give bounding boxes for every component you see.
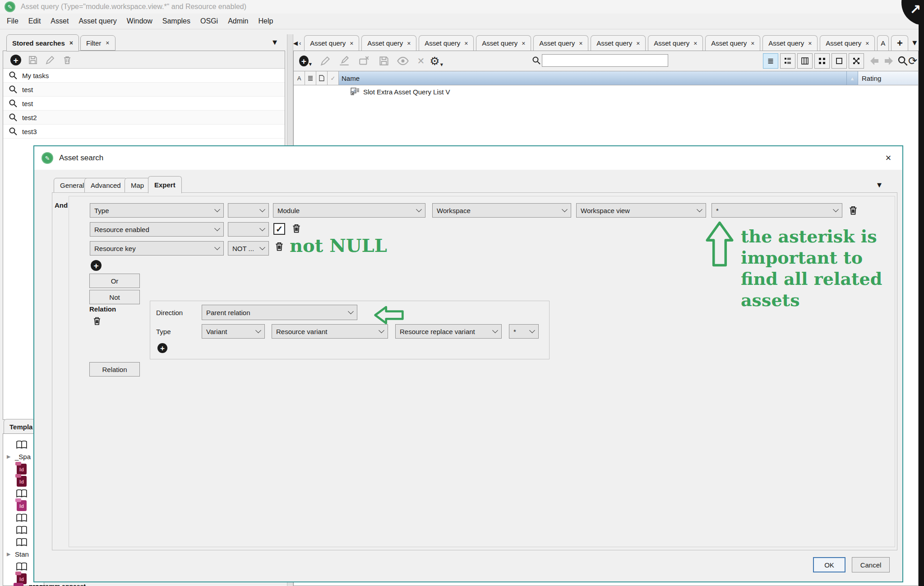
tab-list-caret-icon[interactable]: ▼ <box>912 39 917 46</box>
new-tab-button[interactable]: + <box>891 35 908 51</box>
column-check-icon[interactable]: ✓ <box>328 71 339 85</box>
tab-list: Asset query × Asset query × Asset query … <box>304 35 875 51</box>
refresh-button[interactable]: ⟳ <box>906 55 919 67</box>
dialog-tab-expert[interactable]: Expert <box>148 176 182 193</box>
tab-scroll-controls: ◀ ‹ <box>293 35 302 51</box>
stored-search-item[interactable]: test <box>3 97 285 111</box>
edit-metadata-button[interactable] <box>338 55 351 67</box>
cancel-button[interactable]: Cancel <box>852 557 890 572</box>
indesign-icon: Id <box>14 583 23 586</box>
ok-button[interactable]: OK <box>813 557 845 572</box>
dialog-tab-map[interactable]: Map <box>125 178 150 193</box>
menu-item-window[interactable]: Window <box>122 17 157 25</box>
column-list-icon[interactable] <box>305 71 316 85</box>
tab-close-icon[interactable]: × <box>693 40 697 47</box>
tab-label: Asset query <box>425 39 460 47</box>
column-header-rating[interactable]: Rating <box>858 71 918 85</box>
tab-asset-query[interactable]: Asset query × <box>648 35 703 51</box>
history-forward-button[interactable] <box>883 55 896 67</box>
tab-close-icon[interactable]: × <box>69 39 73 47</box>
tree-item-label: Stan <box>15 550 29 558</box>
grid-view-button[interactable] <box>814 53 830 69</box>
tab-asset-query-clipped[interactable]: A <box>877 35 889 51</box>
edit-search-button[interactable] <box>44 54 56 66</box>
tab-close-icon[interactable]: × <box>407 40 411 47</box>
tab-stored-searches[interactable]: Stored searches × <box>6 34 79 51</box>
menu-item-osgi[interactable]: OSGi <box>195 17 223 25</box>
tab-close-icon[interactable]: × <box>636 40 640 47</box>
column-header-name[interactable]: Name <box>339 71 847 85</box>
scatter-view-button[interactable] <box>849 53 864 69</box>
menu-item-admin[interactable]: Admin <box>223 17 253 25</box>
menu-item-file[interactable]: File <box>2 17 23 25</box>
menu-item-help[interactable]: Help <box>254 17 278 25</box>
add-search-button[interactable]: + <box>9 54 22 66</box>
menu-item-edit[interactable]: Edit <box>23 17 46 25</box>
stored-search-item[interactable]: test <box>3 83 285 97</box>
menu-item-asset-query[interactable]: Asset query <box>74 17 121 25</box>
tab-asset-query[interactable]: Asset query × <box>705 35 760 51</box>
chevron-down-icon: ▼ <box>440 63 443 67</box>
column-type-icon[interactable]: A <box>294 71 305 85</box>
tab-close-icon[interactable]: × <box>350 40 353 47</box>
dialog-panel-caret-icon[interactable]: ▼ <box>877 181 882 188</box>
list-view-button[interactable] <box>763 53 778 69</box>
tab-close-icon[interactable]: × <box>464 40 468 47</box>
result-row[interactable]: Slot Extra Asset Query List V <box>294 85 918 98</box>
indesign-icon: Id <box>17 476 27 487</box>
close-asset-button[interactable]: ✕ <box>415 55 427 67</box>
tab-close-icon[interactable]: × <box>106 39 109 47</box>
tab-asset-query[interactable]: Asset query × <box>419 35 474 51</box>
edit-button[interactable] <box>319 55 332 67</box>
tab-close-icon[interactable]: × <box>522 40 525 47</box>
panel-menu-caret-icon[interactable]: ▼ <box>273 39 277 46</box>
add-asset-button[interactable]: + ▼ <box>299 55 312 67</box>
menu-item-asset[interactable]: Asset <box>46 17 74 25</box>
tab-filter[interactable]: Filter × <box>80 35 116 51</box>
search-input[interactable] <box>542 54 668 67</box>
results-toolbar: + ▼ ✕ ⚙ ▼ <box>294 51 918 71</box>
tab-asset-query[interactable]: Asset query × <box>304 35 359 51</box>
dialog-tab-advanced[interactable]: Advanced <box>84 178 127 193</box>
settings-button[interactable]: ⚙ ▼ <box>430 55 443 67</box>
tab-asset-query[interactable]: Asset query × <box>820 35 875 51</box>
dialog-close-button[interactable]: × <box>882 152 894 164</box>
tab-close-icon[interactable]: × <box>808 40 812 47</box>
tab-close-icon[interactable]: × <box>865 40 869 47</box>
expander-icon[interactable]: ▶ <box>7 551 12 557</box>
stored-search-item[interactable]: test3 <box>3 125 285 139</box>
tab-label: Asset query <box>826 39 861 47</box>
pencil-icon <box>319 55 331 67</box>
tab-close-icon[interactable]: × <box>751 40 754 47</box>
stored-search-item[interactable]: test2 <box>3 111 285 125</box>
stored-search-item[interactable]: My tasks <box>3 69 285 83</box>
scroll-prev-icon[interactable]: ‹ <box>299 40 301 47</box>
remove-rendition-button[interactable] <box>358 55 370 67</box>
arrow-up-right-icon: ↗ <box>910 1 921 17</box>
save-button[interactable] <box>378 55 390 67</box>
tab-label: Templa <box>9 423 32 431</box>
detail-view-button[interactable] <box>780 53 795 69</box>
relation-panel <box>150 301 550 359</box>
sort-ascending-icon[interactable]: ▲ <box>847 71 858 85</box>
save-search-button[interactable] <box>27 54 39 66</box>
search-icon <box>9 127 18 136</box>
column-document-icon[interactable] <box>316 71 328 85</box>
single-view-button[interactable] <box>832 53 847 69</box>
tab-asset-query[interactable]: Asset query × <box>533 35 588 51</box>
expander-icon[interactable]: ▶ <box>7 454 12 460</box>
tab-close-icon[interactable]: × <box>579 40 582 47</box>
scroll-first-icon[interactable]: ◀ <box>293 40 298 47</box>
history-back-button[interactable] <box>868 55 880 67</box>
delete-search-button[interactable] <box>61 54 74 66</box>
tab-asset-query[interactable]: Asset query × <box>361 35 416 51</box>
preview-button[interactable] <box>397 55 409 67</box>
column-view-button[interactable] <box>797 53 813 69</box>
menu-item-samples[interactable]: Samples <box>157 17 195 25</box>
tab-asset-query[interactable]: Asset query × <box>762 35 818 51</box>
screen-edge-strip <box>919 12 924 586</box>
tab-asset-query[interactable]: Asset query × <box>591 35 646 51</box>
floppy-icon <box>378 55 390 67</box>
tab-asset-query[interactable]: Asset query × <box>476 35 531 51</box>
app-icon: ✎ <box>5 1 15 12</box>
